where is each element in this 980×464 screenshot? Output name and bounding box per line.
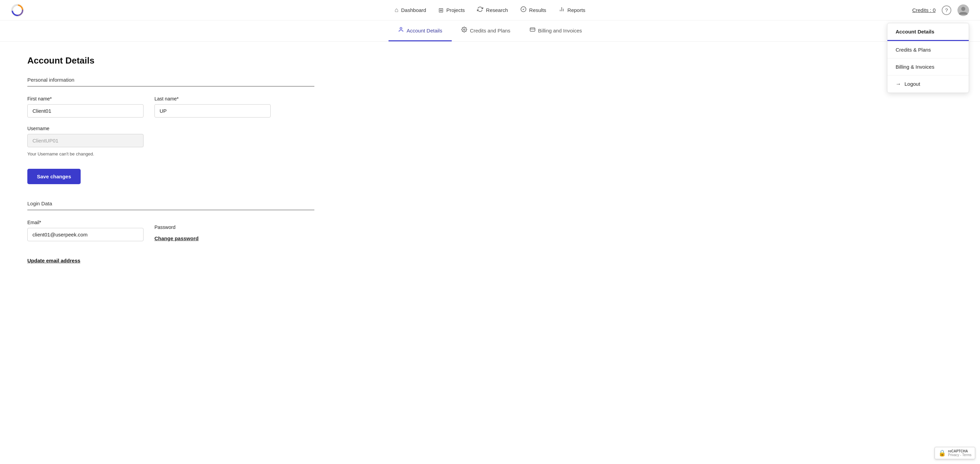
first-name-input[interactable] [27,104,143,118]
checkmark-icon [520,6,527,14]
username-form-row: Username Your Username can't be changed. [27,126,314,156]
name-form-row: First name* Last name* [27,96,314,118]
refresh-icon [477,6,483,14]
personal-divider [27,86,314,86]
avatar-button[interactable] [958,5,969,16]
nav-research-label: Research [486,7,508,13]
nav-right: Credits : 0 ? Account Details Credits & … [912,5,969,16]
home-icon: ⌂ [395,6,398,14]
dropdown-logout-label: Logout [905,81,920,87]
top-navigation: ⌂ Dashboard ⊞ Projects Research Results [0,0,980,21]
email-group: Email* [27,220,143,241]
personal-section-label: Personal information [27,77,314,83]
svg-point-0 [11,4,24,16]
nav-results-label: Results [529,7,546,13]
update-email-link[interactable]: Update email address [27,257,80,264]
svg-point-7 [400,27,402,29]
email-input[interactable] [27,228,143,241]
login-form-row: Email* Password Change password [27,220,314,241]
username-hint: Your Username can't be changed. [27,151,143,156]
password-label: Password [154,224,270,230]
password-group: Password Change password [154,220,270,241]
chart-icon [559,6,565,14]
tab-billing-invoices-label: Billing and Invoices [538,28,582,33]
dropdown-logout[interactable]: → Logout [888,76,969,92]
nav-dashboard-label: Dashboard [401,7,426,13]
dropdown-account-details[interactable]: Account Details [888,23,969,41]
username-input [27,134,143,147]
last-name-input[interactable] [154,104,270,118]
tab-account-details[interactable]: Account Details [388,21,452,41]
email-label: Email* [27,220,143,225]
sub-navigation: Account Details Credits and Plans Billin… [0,21,980,42]
login-section-label: Login Data [27,200,314,207]
page-title: Account Details [27,56,314,66]
nav-reports-label: Reports [568,7,585,13]
logout-icon: → [896,81,901,87]
last-name-group: Last name* [154,96,270,118]
svg-point-6 [961,7,965,11]
dropdown-account-details-label: Account Details [896,29,934,35]
help-button[interactable]: ? [942,5,951,15]
nav-dashboard[interactable]: ⌂ Dashboard [395,6,426,14]
save-changes-button[interactable]: Save changes [27,169,81,184]
last-name-label: Last name* [154,96,270,102]
app-logo[interactable] [11,4,24,17]
first-name-group: First name* [27,96,143,118]
dropdown-credits-plans-label: Credits & Plans [896,47,931,52]
question-icon: ? [945,7,948,13]
main-content: Account Details Personal information Fir… [0,42,342,277]
tab-credits-plans[interactable]: Credits and Plans [452,21,520,41]
settings-icon [461,27,467,34]
billing-icon [530,27,535,34]
tab-billing-invoices[interactable]: Billing and Invoices [520,21,592,41]
nav-projects-label: Projects [446,7,465,13]
nav-results[interactable]: Results [520,6,546,14]
dropdown-billing-invoices-label: Billing & Invoices [896,64,934,70]
login-data-section: Login Data Email* Password Change passwo… [27,200,314,264]
dropdown-credits-plans[interactable]: Credits & Plans [888,41,969,58]
user-icon [398,27,404,34]
username-label: Username [27,126,143,131]
nav-research[interactable]: Research [477,6,508,14]
first-name-label: First name* [27,96,143,102]
user-dropdown-menu: Account Details Credits & Plans Billing … [887,23,969,93]
main-navigation: ⌂ Dashboard ⊞ Projects Research Results [395,6,585,14]
login-divider [27,210,314,210]
credits-link[interactable]: Credits : 0 [912,7,935,13]
username-group: Username Your Username can't be changed. [27,126,143,156]
grid-icon: ⊞ [438,6,444,14]
svg-rect-9 [530,28,535,32]
change-password-link[interactable]: Change password [154,235,270,241]
nav-projects[interactable]: ⊞ Projects [438,6,465,14]
dropdown-billing-invoices[interactable]: Billing & Invoices [888,59,969,75]
svg-point-8 [464,29,465,30]
nav-reports[interactable]: Reports [559,6,585,14]
tab-credits-plans-label: Credits and Plans [470,28,510,33]
tab-account-details-label: Account Details [407,28,442,33]
